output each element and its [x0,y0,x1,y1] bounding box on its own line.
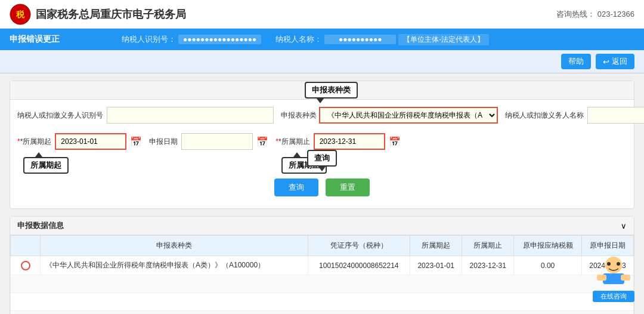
form-type-field: 申报表种类 申报表种类 《中华人民共和国企业所得税年度纳税申报表（A类）》（A1… [281,107,498,124]
nav-taxpayer-name: 纳税人名称： ●●●●●●●●●● 【单位主体-法定代表人】 [275,34,489,45]
period-end-field: 所属期止 **所属期止 📅 [275,133,400,150]
nav-section-title: 申报错误更正 [10,34,60,45]
taxpayer-name-field: 纳税人或扣缴义务人名称 [505,107,644,124]
period-start-input[interactable] [55,133,126,150]
cell-form-type: 《中华人民共和国企业所得税年度纳税申报表（A类）》（A100000） [41,256,308,275]
taxpayer-name-input[interactable] [587,107,644,124]
taxpayer-id-value: ●●●●●●●●●●●●●●●●● [178,35,261,44]
logo-area: 税 国家税务总局重庆市电子税务局 [10,4,186,25]
taxpayer-id-input[interactable] [107,107,274,124]
help-button[interactable]: 帮助 [561,54,591,69]
period-end-calendar-icon[interactable]: 📅 [389,136,401,147]
taxpayer-name-label-query: 纳税人或扣缴义务人名称 [505,110,584,121]
taxpayer-id-label-query: 纳税人或扣缴义务人识别号 [17,110,103,121]
declare-date-input[interactable] [181,133,253,150]
nav-taxpayer-info: 纳税人识别号： ●●●●●●●●●●●●●●●●● 纳税人名称： ●●●●●●●… [122,34,489,45]
annotation-query: 查询 [307,150,337,171]
page-header: 税 国家税务总局重庆市电子税务局 咨询热线： 023-12366 [0,0,644,29]
cell-period-start: 2023-01-01 [410,256,462,275]
row-radio-button[interactable] [21,261,30,270]
data-table: 申报表种类 凭证序号（税种） 所属期起 所属期止 原申报应纳税额 原申报日期 《… [10,235,634,314]
svg-point-5 [617,262,620,266]
col-voucher: 凭证序号（税种） [308,236,410,256]
site-title: 国家税务总局重庆市电子税务局 [36,7,186,21]
col-period-end: 所属期止 [462,236,514,256]
query-body: 纳税人或扣缴义务人识别号 申报表种类 申报表种类 《中华人民共和国企业所得 [10,100,634,208]
declare-date-label: 申报日期 [149,137,178,147]
taxpayer-name-label: 纳税人名称： [275,34,322,45]
table-row-empty-2 [11,293,634,311]
period-start-label: **所属期起 [17,137,51,147]
period-end-label: **所属期止 [275,137,309,147]
form-type-select[interactable]: 《中华人民共和国企业所得税年度纳税申报表（A类）》（A100000） [319,107,498,124]
col-form-type: 申报表种类 [41,236,308,256]
taxpayer-tag: 【单位主体-法定代表人】 [398,34,489,45]
query-section: 查询条件 纳税人或扣缴义务人识别号 申报表种类 [10,81,634,209]
toolbar: 帮助 ↩ 返回 [0,50,644,73]
declare-date-calendar-icon[interactable]: 📅 [256,136,268,147]
data-section-title: 申报数据信息 [17,220,64,231]
nav-bar: 申报错误更正 纳税人识别号： ●●●●●●●●●●●●●●●●● 纳税人名称： … [0,29,644,50]
period-end-input[interactable] [314,133,385,150]
collapse-icon[interactable]: ∨ [621,221,627,230]
annotation-form-type: 申报表种类 [305,82,358,103]
cell-period-end: 2023-12-31 [462,256,514,275]
data-header: 申报数据信息 ∨ [10,217,634,235]
form-type-row: 申报表种类 《中华人民共和国企业所得税年度纳税申报表（A类）》（A100000） [281,107,498,124]
logo-icon: 税 [10,4,31,25]
svg-rect-7 [621,275,630,281]
col-tax-amount: 原申报应纳税额 [514,236,582,256]
query-actions: 查询 查询 重置 [17,174,627,201]
form-type-label: 申报表种类 [281,110,317,121]
col-select [11,236,41,256]
main-content: 查询条件 纳税人或扣缴义务人识别号 申报表种类 [0,73,644,314]
taxpayer-id-label: 纳税人识别号： [122,34,176,45]
col-period-start: 所属期起 [410,236,462,256]
table-header-row: 申报表种类 凭证序号（税种） 所属期起 所属期止 原申报应纳税额 原申报日期 [11,236,634,256]
declare-date-field: 申报日期 📅 [149,133,268,150]
taxpayer-id-field: 纳税人或扣缴义务人识别号 [17,107,274,124]
back-button[interactable]: ↩ 返回 [596,54,634,69]
table-row: 《中华人民共和国企业所得税年度纳税申报表（A类）》（A100000） 10015… [11,256,634,275]
reset-button[interactable]: 重置 [326,178,370,196]
chat-widget[interactable]: 在线咨询 [593,253,634,302]
chat-avatar-icon [597,253,630,287]
period-start-calendar-icon[interactable]: 📅 [130,136,142,147]
chat-label[interactable]: 在线咨询 [593,291,634,302]
data-section: 申报数据信息 ∨ 申报表种类 凭证序号（税种） 所属期起 所属期止 原申报应纳税… [10,216,634,314]
hotline-number: 023-12366 [597,10,634,19]
svg-point-4 [607,262,611,266]
svg-rect-6 [597,275,606,281]
query-button[interactable]: 查询 [274,178,318,196]
cell-tax-amount: 0.00 [514,256,582,275]
taxpayer-name-value: ●●●●●●●●●● [324,35,396,44]
query-row-2: 所属期起 **所属期起 📅 申报日期 📅 [17,133,627,150]
period-start-field: 所属期起 **所属期起 📅 [17,133,142,150]
nav-taxpayer-id: 纳税人识别号： ●●●●●●●●●●●●●●●●● [122,34,261,45]
cell-select [11,256,41,275]
annotation-period-start: 所属期起 [23,152,69,174]
cell-voucher: 10015024000008652214 [308,256,410,275]
hotline-area: 咨询热线： 023-12366 [556,9,634,20]
query-row-1: 纳税人或扣缴义务人识别号 申报表种类 申报表种类 《中华人民共和国企业所得 [17,107,627,124]
table-row-empty-1 [11,275,634,293]
table-row-empty-3 [11,311,634,315]
svg-text:税: 税 [16,10,25,19]
hotline-label: 咨询热线： [556,10,595,19]
